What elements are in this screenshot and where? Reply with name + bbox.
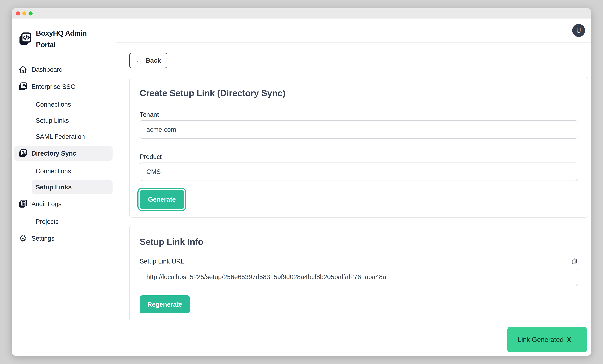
- toast-message: Link Generated: [518, 336, 564, 343]
- enterprise-sso-subnav: Connections Setup Links SAML Federation: [28, 97, 116, 144]
- main-area: U ← Back Create Setup Link (Directory Sy…: [116, 19, 591, 356]
- setup-link-url-input[interactable]: [140, 268, 578, 286]
- sidebar-item-sso-connections[interactable]: Connections: [32, 98, 113, 111]
- info-card-title: Setup Link Info: [140, 236, 578, 247]
- sidebar-item-settings[interactable]: ⚙ Settings: [14, 231, 113, 246]
- directory-sync-icon: [18, 149, 28, 158]
- sidebar-item-label: Setup Links: [36, 184, 72, 191]
- create-setup-link-card: Create Setup Link (Directory Sync) Tenan…: [129, 77, 588, 218]
- gear-icon: ⚙: [18, 234, 28, 243]
- toast-close-button[interactable]: X: [567, 336, 571, 343]
- sidebar-item-directory-sync[interactable]: Directory Sync: [14, 146, 113, 161]
- sidebar-nav: Dashboard En: [12, 62, 116, 246]
- arrow-left-icon: ←: [136, 57, 143, 64]
- sidebar-item-label: Directory Sync: [31, 150, 76, 157]
- user-avatar[interactable]: U: [572, 24, 585, 37]
- product-field-group: Product: [140, 153, 578, 181]
- copy-to-clipboard-button[interactable]: [571, 258, 578, 265]
- tenant-input[interactable]: [140, 120, 578, 139]
- sidebar-item-enterprise-sso[interactable]: Enterprise SSO: [14, 79, 113, 94]
- url-label-row: Setup Link URL: [140, 257, 578, 265]
- app-body: BoxyHQ AdminPortal Dashboard: [12, 19, 591, 356]
- home-icon: [18, 65, 28, 74]
- sidebar-item-label: Audit Logs: [31, 200, 61, 208]
- sidebar-item-audit-logs[interactable]: Audit Logs: [14, 197, 113, 211]
- generate-button[interactable]: Generate: [140, 190, 184, 209]
- tenant-label: Tenant: [140, 111, 578, 118]
- directory-sync-subnav: Connections Setup Links: [28, 163, 116, 195]
- tenant-field-group: Tenant: [140, 111, 578, 139]
- sidebar-item-sso-setup-links[interactable]: Setup Links: [32, 113, 113, 127]
- sidebar-item-projects[interactable]: Projects: [32, 215, 113, 229]
- audit-logs-subnav: Projects: [28, 214, 116, 230]
- sidebar-item-label: SAML Federation: [36, 133, 85, 140]
- sidebar-item-label: Setup Links: [36, 117, 69, 124]
- app-window: BoxyHQ AdminPortal Dashboard: [12, 8, 591, 356]
- sidebar-item-label: Dashboard: [31, 66, 63, 73]
- link-generated-toast: Link Generated X: [507, 327, 587, 353]
- app-title: BoxyHQ AdminPortal: [36, 27, 87, 51]
- top-header: U: [116, 19, 591, 43]
- avatar-initial: U: [576, 27, 581, 34]
- minimize-window-button[interactable]: [22, 11, 26, 15]
- back-button-label: Back: [146, 57, 161, 64]
- maximize-window-button[interactable]: [29, 11, 33, 15]
- sidebar-item-dsync-connections[interactable]: Connections: [32, 164, 113, 178]
- sidebar-item-label: Settings: [31, 235, 54, 242]
- boxyhq-logo-icon: [18, 32, 32, 46]
- app-logo[interactable]: BoxyHQ AdminPortal: [12, 27, 116, 51]
- setup-link-url-label: Setup Link URL: [140, 257, 184, 265]
- sidebar-item-label: Enterprise SSO: [31, 83, 76, 90]
- sidebar-item-label: Connections: [36, 101, 71, 108]
- sidebar-item-label: Projects: [36, 218, 58, 225]
- window-titlebar: [12, 8, 591, 19]
- sidebar-item-dsync-setup-links[interactable]: Setup Links: [32, 180, 113, 194]
- sidebar-item-dashboard[interactable]: Dashboard: [14, 62, 113, 77]
- product-label: Product: [140, 153, 578, 161]
- page-content: ← Back Create Setup Link (Directory Sync…: [116, 43, 591, 356]
- clipboard-copy-icon: [571, 258, 578, 265]
- back-button[interactable]: ← Back: [129, 53, 167, 68]
- enterprise-sso-icon: [18, 82, 28, 91]
- close-window-button[interactable]: [16, 11, 20, 15]
- create-card-title: Create Setup Link (Directory Sync): [140, 88, 578, 99]
- sidebar-item-label: Connections: [36, 167, 71, 175]
- product-input[interactable]: [140, 163, 578, 181]
- setup-link-info-card: Setup Link Info Setup Link URL: [129, 226, 588, 322]
- sidebar: BoxyHQ AdminPortal Dashboard: [12, 19, 116, 356]
- desktop-background: { "sidebar": { "logo": { "line1": "BoxyH…: [0, 0, 603, 364]
- sidebar-item-saml-federation[interactable]: SAML Federation: [32, 130, 113, 143]
- audit-logs-icon: [18, 199, 28, 209]
- regenerate-button[interactable]: Regenerate: [140, 295, 190, 313]
